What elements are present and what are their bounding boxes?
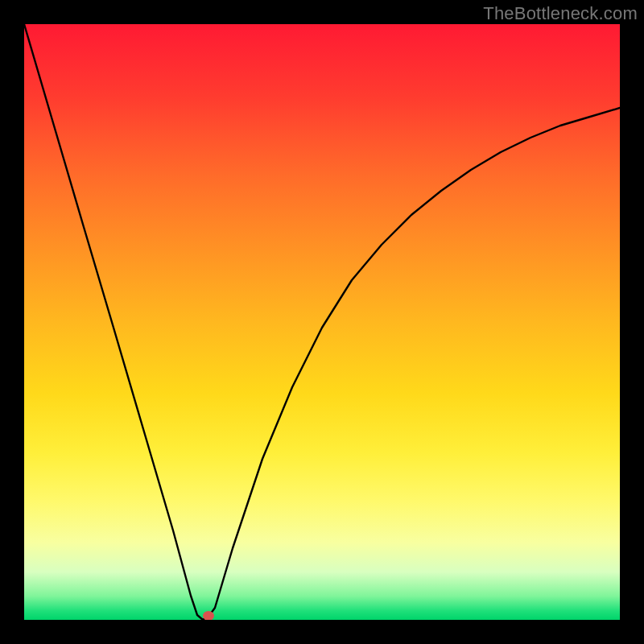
bottleneck-curve-path bbox=[24, 24, 620, 620]
chart-svg bbox=[24, 24, 620, 620]
chart-frame: TheBottleneck.com bbox=[0, 0, 644, 644]
watermark-text: TheBottleneck.com bbox=[483, 3, 638, 24]
plot-area bbox=[24, 24, 620, 620]
